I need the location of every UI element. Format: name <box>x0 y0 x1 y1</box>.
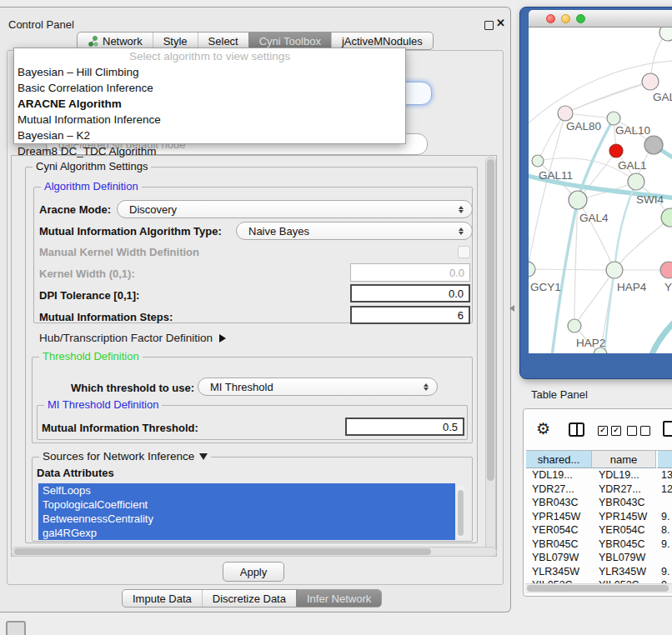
table-row[interactable]: YDL19...YDL19...13 <box>526 468 672 482</box>
mi-type-combobox[interactable]: Naive Bayes <box>236 222 473 240</box>
minimize-traffic-light-icon[interactable] <box>561 14 570 23</box>
algorithm-option[interactable]: Basic Correlation Inference <box>14 80 405 96</box>
which-threshold-combobox[interactable]: MI Threshold <box>198 378 438 396</box>
tab-infer-network[interactable]: Infer Network <box>296 590 381 607</box>
network-node[interactable] <box>659 28 672 41</box>
collapsed-arrow-icon[interactable] <box>219 334 226 342</box>
tab-cyni-toolbox[interactable]: Cyni Toolbox <box>248 32 331 49</box>
tab-label: Network <box>103 35 143 48</box>
table-row[interactable]: YLR345WYLR345W9. <box>526 565 672 579</box>
group-title: Algorithm Definition <box>41 180 142 193</box>
attribute-list-item[interactable]: SelfLoops <box>38 483 455 498</box>
network-node[interactable] <box>569 191 587 209</box>
network-node[interactable] <box>660 262 672 278</box>
zoom-traffic-light-icon[interactable] <box>576 14 585 23</box>
algorithm-option[interactable]: Bayesian – Hill Climbing <box>14 64 405 80</box>
table-row[interactable]: YER054CYER054C8. <box>526 523 672 538</box>
network-edge[interactable] <box>578 200 614 270</box>
column-label: name <box>610 453 638 466</box>
network-node[interactable] <box>642 73 659 90</box>
close-icon[interactable]: ✕ <box>496 17 505 29</box>
attribute-list-item[interactable]: BetweennessCentrality <box>38 512 455 526</box>
tab-network[interactable]: Network <box>78 32 153 49</box>
column-header-extra[interactable] <box>656 451 672 468</box>
tab-style[interactable]: Style <box>153 32 198 49</box>
network-node[interactable] <box>568 319 581 332</box>
network-node[interactable] <box>529 262 535 277</box>
group-title: Cyni Algorithm Settings <box>33 160 151 173</box>
algorithm-option[interactable]: Dream8 DC_TDC Algorithm <box>14 143 405 159</box>
aracne-mode-combobox[interactable]: Discovery <box>117 200 473 218</box>
apply-button[interactable]: Apply <box>223 562 284 582</box>
network-edge[interactable] <box>552 118 614 353</box>
select-all-checkboxes-icon[interactable]: ✓✓ <box>598 426 621 436</box>
attribute-list-scrollbar[interactable] <box>457 485 464 538</box>
expanded-arrow-icon[interactable] <box>199 453 208 460</box>
algorithm-option[interactable]: Mutual Information Inference <box>14 112 405 128</box>
algorithm-option[interactable]: ARACNE Algorithm <box>14 96 405 112</box>
attribute-list-item[interactable]: gal4RGexp <box>38 526 455 540</box>
tab-discretize-data[interactable]: Discretize Data <box>202 590 296 607</box>
network-node[interactable] <box>609 144 623 158</box>
kernel-width-label: Kernel Width (0,1): <box>39 268 135 280</box>
deselect-all-checkboxes-icon[interactable] <box>627 426 650 436</box>
network-node[interactable] <box>606 262 623 278</box>
close-traffic-light-icon[interactable] <box>546 14 555 23</box>
table-cell: YDL19... <box>592 469 658 481</box>
mi-threshold-field[interactable]: 0.5 <box>345 418 464 436</box>
group-title: Sources for Network Inference <box>39 450 211 463</box>
network-node[interactable] <box>558 106 573 121</box>
network-edge[interactable] <box>529 113 565 269</box>
network-canvas[interactable]: GALGAL80GAL10GAL1GAL11SWI4GAL4GCY1HAP4YH… <box>529 28 672 353</box>
table-row[interactable]: YBR043CYBR043C <box>526 496 672 510</box>
table-function-icon[interactable] <box>663 421 672 437</box>
table-cell: YBL079W <box>592 552 658 563</box>
network-edge[interactable] <box>565 82 650 113</box>
algorithm-option[interactable]: Bayesian – K2 <box>14 128 405 143</box>
network-graph[interactable]: GALGAL80GAL10GAL1GAL11SWI4GAL4GCY1HAP4YH… <box>529 28 672 353</box>
network-edge[interactable] <box>538 113 565 161</box>
split-columns-icon[interactable] <box>569 422 584 437</box>
network-node[interactable] <box>532 155 544 167</box>
network-edge[interactable] <box>614 218 670 270</box>
mi-steps-field[interactable]: 6 <box>350 306 470 324</box>
table-cell: YBR045C <box>526 538 592 550</box>
tab-impute-data[interactable]: Impute Data <box>123 590 202 607</box>
network-node[interactable] <box>628 173 644 190</box>
minimized-window-icon[interactable] <box>6 621 26 635</box>
column-header-name[interactable]: name <box>592 451 656 468</box>
table-row[interactable]: YDR27...YDR27...12 <box>526 482 672 497</box>
hub-factor-section[interactable]: Hub/Transcription Factor Definition <box>39 332 226 344</box>
float-window-icon[interactable] <box>484 21 494 30</box>
network-node-label: HAP4 <box>617 281 647 293</box>
table-row[interactable]: YBL079WYBL079W <box>526 551 672 565</box>
column-header-shared[interactable]: shared... <box>526 451 592 468</box>
settings-vertical-scrollbar[interactable] <box>485 157 496 555</box>
data-attributes-list[interactable]: SelfLoopsTopologicalCoefficientBetweenne… <box>38 483 455 540</box>
tab-jactivemnodules[interactable]: jActiveMNodules <box>331 32 433 49</box>
gear-icon[interactable]: ⚙ <box>536 419 550 438</box>
table-cell: YER054C <box>526 524 592 536</box>
dpi-tolerance-field[interactable]: 0.0 <box>350 284 470 302</box>
network-edge[interactable] <box>651 319 672 353</box>
tab-select[interactable]: Select <box>198 32 248 49</box>
manual-kernel-checkbox[interactable] <box>458 246 470 258</box>
network-edge[interactable] <box>529 269 614 270</box>
algorithm-popup-hint: Select algorithm to view settings <box>14 48 405 64</box>
table-cell: YBR043C <box>526 497 592 508</box>
panel-splitter-collapse-icon[interactable] <box>509 305 514 312</box>
network-edge[interactable] <box>529 61 672 128</box>
settings-horizontal-scrollbar[interactable] <box>11 547 497 557</box>
which-threshold-value: MI Threshold <box>210 381 273 393</box>
network-view-window[interactable]: GALGAL80GAL10GAL1GAL11SWI4GAL4GCY1HAP4YH… <box>519 7 672 379</box>
network-node[interactable] <box>607 112 620 125</box>
table-row[interactable]: YPR145WYPR145W9. <box>526 510 672 524</box>
table-horizontal-scrollbar[interactable] <box>525 583 672 593</box>
table-row[interactable]: YBR045CYBR045C9. <box>526 538 672 552</box>
network-node-label: GAL1 <box>618 159 647 172</box>
network-node[interactable] <box>644 136 663 154</box>
kernel-width-field[interactable]: 0.0 <box>350 263 470 282</box>
network-window-titlebar[interactable] <box>529 10 672 28</box>
hub-factor-label: Hub/Transcription Factor Definition <box>39 332 213 344</box>
attribute-list-item[interactable]: TopologicalCoefficient <box>38 498 455 512</box>
